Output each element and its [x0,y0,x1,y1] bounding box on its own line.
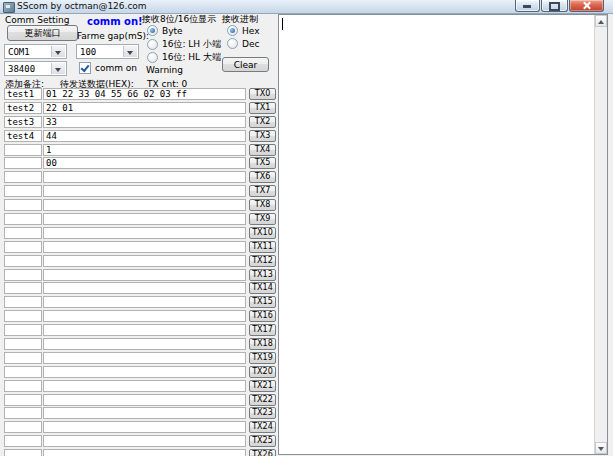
tx-send-button[interactable]: TX8 [249,199,276,211]
tx-send-button[interactable]: TX19 [249,352,276,364]
remark-field[interactable] [4,185,42,197]
hex-data-field[interactable] [43,269,246,281]
tx-send-button[interactable]: TX25 [249,435,276,447]
remark-field[interactable] [4,213,42,225]
remark-field[interactable] [4,324,42,336]
clear-button[interactable]: Clear [222,57,269,72]
hex-data-field[interactable] [43,352,246,364]
remark-field[interactable]: test2 [4,102,42,114]
hex-data-field[interactable]: 33 [43,116,246,128]
tx-send-button[interactable]: TX20 [249,366,276,378]
tx-send-button[interactable]: TX0 [249,88,276,100]
scroll-down-button[interactable] [595,442,607,454]
tx-send-button[interactable]: TX23 [249,407,276,419]
tx-send-button[interactable]: TX13 [249,269,276,281]
hex-data-field[interactable] [43,282,246,294]
hex-data-field[interactable] [43,185,246,197]
tx-send-button[interactable]: TX14 [249,282,276,294]
tx-send-button[interactable]: TX26 [249,449,276,456]
tx-send-button[interactable]: TX5 [249,157,276,169]
remark-field[interactable]: test4 [4,130,42,142]
remark-field[interactable] [4,407,42,419]
hex-data-field[interactable] [43,366,246,378]
tx-send-button[interactable]: TX17 [249,324,276,336]
remark-field[interactable] [4,269,42,281]
hex-data-field[interactable] [43,227,246,239]
hex-data-field[interactable] [43,421,246,433]
remark-field[interactable]: test1 [4,88,42,100]
tx-send-button[interactable]: TX2 [249,116,276,128]
tx-send-button[interactable]: TX21 [249,380,276,392]
remark-field[interactable] [4,171,42,183]
tx-send-button[interactable]: TX1 [249,102,276,114]
receive-area[interactable] [278,14,608,455]
hex-data-field[interactable]: 22 01 [43,102,246,114]
tx-send-button[interactable]: TX11 [249,241,276,253]
hex-data-field[interactable] [43,199,246,211]
radio-16bit-hl[interactable]: 16位: HL 大端 [147,51,221,64]
hex-data-field[interactable] [43,407,246,419]
remark-field[interactable] [4,144,42,156]
tx-send-button[interactable]: TX18 [249,338,276,350]
remark-field[interactable] [4,157,42,169]
hex-data-field[interactable] [43,255,246,267]
tx-send-button[interactable]: TX7 [249,185,276,197]
receive-scrollbar[interactable] [594,15,607,454]
tx-send-button[interactable]: TX9 [249,213,276,225]
radio-dec[interactable]: Dec [227,38,259,49]
remark-field[interactable] [4,338,42,350]
comm-on-checkbox[interactable]: comm on [79,62,137,74]
tx-send-button[interactable]: TX16 [249,310,276,322]
tx-send-button[interactable]: TX10 [249,227,276,239]
hex-data-field[interactable] [43,171,246,183]
minimize-button[interactable] [515,0,540,12]
tx-send-button[interactable]: TX6 [249,171,276,183]
hex-data-field[interactable] [43,394,246,406]
hex-data-field[interactable] [43,380,246,392]
remark-field[interactable] [4,394,42,406]
remark-field[interactable] [4,296,42,308]
remark-field[interactable] [4,366,42,378]
hex-data-field[interactable] [43,449,246,456]
tx-send-button[interactable]: TX4 [249,144,276,156]
hex-data-field[interactable] [43,324,246,336]
remark-field[interactable] [4,380,42,392]
remark-field[interactable]: test3 [4,116,42,128]
remark-field[interactable] [4,199,42,211]
hex-data-field[interactable] [43,310,246,322]
hex-data-field[interactable]: 01 22 33 04 55 66 02 03 ff [43,88,246,100]
tx-send-button[interactable]: TX12 [249,255,276,267]
remark-field[interactable] [4,449,42,456]
scroll-up-button[interactable] [595,15,607,27]
close-button[interactable] [569,0,604,12]
hex-data-field[interactable] [43,241,246,253]
hex-data-field[interactable] [43,435,246,447]
remark-field[interactable] [4,310,42,322]
com-port-select[interactable]: COM1 [4,44,67,59]
remark-field[interactable] [4,352,42,364]
remark-field[interactable] [4,227,42,239]
hex-data-field[interactable]: 44 [43,130,246,142]
hex-data-field[interactable] [43,338,246,350]
remark-field[interactable] [4,435,42,447]
tx-send-button[interactable]: TX24 [249,421,276,433]
remark-field[interactable] [4,421,42,433]
frame-gap-select[interactable]: 100 [76,44,139,59]
remark-field[interactable] [4,241,42,253]
hex-data-field[interactable]: 00 [43,157,246,169]
hex-data-field[interactable]: 1 [43,144,246,156]
tx-send-button[interactable]: TX22 [249,394,276,406]
radio-hex[interactable]: Hex [227,25,259,36]
maximize-button[interactable] [541,0,568,12]
remark-field[interactable] [4,255,42,267]
radio-16bit-lh[interactable]: 16位: LH 小端 [147,38,221,51]
tx-send-button[interactable]: TX3 [249,130,276,142]
remark-field[interactable] [4,282,42,294]
baud-rate-select[interactable]: 38400 [4,61,67,76]
hex-data-field[interactable] [43,296,246,308]
hex-data-field[interactable] [43,213,246,225]
update-port-button[interactable]: 更新端口 [7,25,78,41]
tx-send-button[interactable]: TX15 [249,296,276,308]
radio-byte[interactable]: Byte [147,25,183,36]
titlebar[interactable]: SScom by octman@126.com [0,0,613,14]
